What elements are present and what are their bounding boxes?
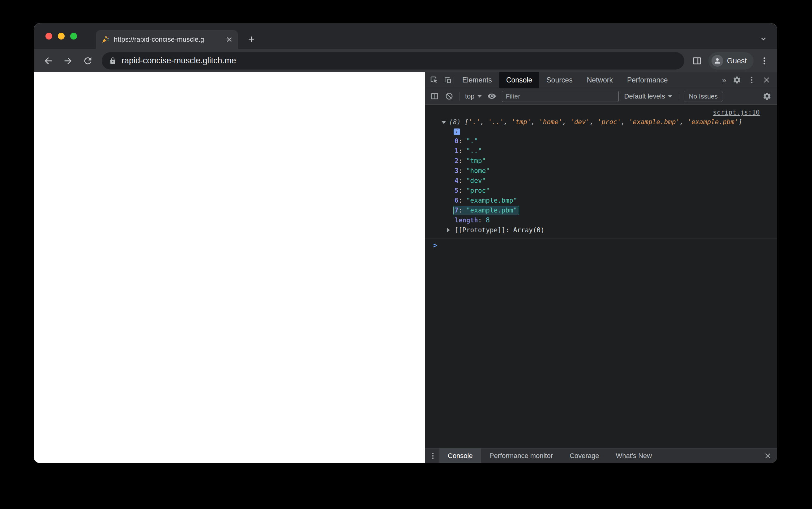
tab-strip: https://rapid-concise-muscle.g <box>34 23 777 49</box>
drawer-tab-performance-monitor[interactable]: Performance monitor <box>481 448 561 463</box>
address-bar[interactable]: rapid-concise-muscle.glitch.me <box>102 52 684 69</box>
tab-performance[interactable]: Performance <box>620 72 675 88</box>
maximize-window-button[interactable] <box>70 33 77 39</box>
array-entries: 0: "."1: ".."2: "tmp"3: "home"4: "dev"5:… <box>425 136 777 215</box>
devtools-panel: Elements Console Sources Network Perform… <box>425 72 777 463</box>
lock-icon[interactable] <box>109 57 117 65</box>
devtools-settings-gear-icon[interactable] <box>732 76 741 84</box>
array-preview: (8) ['.', '..', 'tmp', 'home', 'dev', 'p… <box>425 117 777 127</box>
collapse-triangle-icon[interactable] <box>441 121 446 124</box>
browser-tab[interactable]: https://rapid-concise-muscle.g <box>96 30 238 49</box>
person-icon <box>713 57 721 65</box>
devtools-tab-bar: Elements Console Sources Network Perform… <box>425 72 777 88</box>
log-levels-dropdown[interactable]: Default levels <box>624 92 672 100</box>
side-panel-icon[interactable] <box>692 56 702 66</box>
array-entry-row: 3: "home" <box>425 166 777 176</box>
devtools-close-icon[interactable] <box>762 76 771 84</box>
console-prompt[interactable]: > <box>425 238 777 249</box>
device-toolbar-icon[interactable] <box>443 75 452 84</box>
drawer-tab-coverage[interactable]: Coverage <box>561 448 607 463</box>
expand-triangle-icon[interactable] <box>447 228 450 233</box>
profile-label: Guest <box>727 57 747 65</box>
console-settings-gear-icon[interactable] <box>762 92 772 101</box>
drawer-menu-kebab-icon[interactable] <box>429 452 437 460</box>
clear-console-icon[interactable] <box>445 92 454 101</box>
more-tabs-icon[interactable]: » <box>722 76 726 84</box>
party-popper-favicon-icon <box>101 36 110 43</box>
drawer-close-icon[interactable] <box>763 451 772 460</box>
array-entry-row: 0: "." <box>425 136 777 146</box>
array-entry-row: 4: "dev" <box>425 176 777 185</box>
array-entry-row: 2: "tmp" <box>425 156 777 166</box>
divider <box>459 92 460 101</box>
drawer-tab-console[interactable]: Console <box>439 448 481 463</box>
console-output[interactable]: script.js:10 (8) ['.', '..', 'tmp', 'hom… <box>425 105 777 448</box>
context-selector[interactable]: top <box>465 92 482 100</box>
tab-console[interactable]: Console <box>499 72 539 88</box>
caret-down-icon <box>477 95 482 98</box>
console-message: script.js:10 (8) ['.', '..', 'tmp', 'hom… <box>425 107 777 238</box>
back-icon[interactable] <box>43 56 54 66</box>
browser-window: https://rapid-concise-muscle.g rapid-con… <box>34 23 777 463</box>
array-entry-row: 6: "example.bmp" <box>425 196 777 205</box>
length-row: length: 8 <box>425 215 777 225</box>
info-badge-icon: i <box>454 129 460 135</box>
tab-close-icon[interactable] <box>225 36 233 43</box>
close-window-button[interactable] <box>45 33 52 39</box>
inspect-element-icon[interactable] <box>430 75 439 84</box>
caret-down-icon <box>668 95 672 98</box>
page-content <box>34 72 425 463</box>
navigation-buttons <box>43 56 93 66</box>
profile-button[interactable]: Guest <box>709 52 754 69</box>
console-filter-input[interactable] <box>502 91 619 102</box>
toolbar-right-icons: Guest <box>692 52 769 69</box>
chevron-down-icon[interactable] <box>759 35 768 43</box>
devtools-menu-kebab-icon[interactable] <box>747 76 756 84</box>
url-text: rapid-concise-muscle.glitch.me <box>122 56 236 66</box>
devtools-drawer: Console Performance monitor Coverage Wha… <box>425 448 777 463</box>
forward-icon[interactable] <box>63 56 73 66</box>
prototype-row[interactable]: [[Prototype]]: Array(0) <box>425 225 777 235</box>
browser-toolbar: rapid-concise-muscle.glitch.me Guest <box>34 49 777 72</box>
divider <box>678 92 678 101</box>
browser-menu-kebab-icon[interactable] <box>760 56 769 66</box>
array-preview-items: '.', '..', 'tmp', 'home', 'dev', 'proc',… <box>468 118 739 126</box>
tab-sources[interactable]: Sources <box>539 72 580 88</box>
minimize-window-button[interactable] <box>58 33 65 39</box>
tab-title: https://rapid-concise-muscle.g <box>114 36 221 43</box>
array-entry-row: 7: "example.pbm" <box>425 205 777 215</box>
prompt-chevron-icon: > <box>433 241 438 249</box>
reload-icon[interactable] <box>83 56 93 66</box>
drawer-tab-whats-new[interactable]: What's New <box>607 448 660 463</box>
new-tab-button[interactable] <box>247 35 256 44</box>
issues-badge[interactable]: No Issues <box>684 91 723 102</box>
source-link[interactable]: script.js:10 <box>713 109 760 116</box>
live-expression-eye-icon[interactable] <box>487 92 496 101</box>
console-sidebar-icon[interactable] <box>430 92 439 101</box>
tab-network[interactable]: Network <box>580 72 620 88</box>
avatar <box>712 55 723 67</box>
tab-elements[interactable]: Elements <box>455 72 499 88</box>
array-entry-row: 1: ".." <box>425 146 777 156</box>
array-entry-row: 5: "proc" <box>425 185 777 196</box>
window-controls <box>45 23 77 49</box>
console-toolbar: top Default levels No Issues <box>425 88 777 105</box>
